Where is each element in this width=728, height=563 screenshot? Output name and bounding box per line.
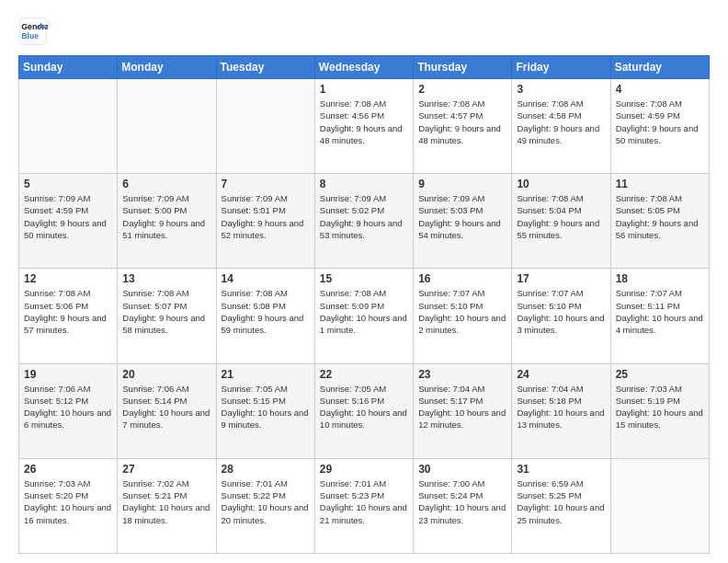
day-cell: 3Sunrise: 7:08 AMSunset: 4:58 PMDaylight… <box>512 79 610 174</box>
day-info: Sunrise: 6:59 AM <box>517 477 605 489</box>
day-info: Daylight: 9 hours and 49 minutes. <box>517 122 605 147</box>
day-info: Sunset: 5:05 PM <box>616 204 704 216</box>
logo: General Blue <box>18 17 51 46</box>
day-info: Daylight: 9 hours and 58 minutes. <box>122 312 210 337</box>
day-info: Sunrise: 7:00 AM <box>418 477 506 489</box>
day-cell: 29Sunrise: 7:01 AMSunset: 5:23 PMDayligh… <box>314 458 413 553</box>
day-cell: 13Sunrise: 7:08 AMSunset: 5:07 PMDayligh… <box>118 269 216 363</box>
day-cell: 22Sunrise: 7:05 AMSunset: 5:16 PMDayligh… <box>314 363 413 458</box>
day-info: Sunset: 5:10 PM <box>418 300 506 312</box>
day-info: Sunrise: 7:01 AM <box>320 477 408 489</box>
day-info: Sunrise: 7:08 AM <box>320 98 408 109</box>
weekday-header-saturday: Saturday <box>610 56 709 79</box>
day-cell: 4Sunrise: 7:08 AMSunset: 4:59 PMDaylight… <box>610 79 709 174</box>
header: General Blue <box>18 17 710 46</box>
day-info: Daylight: 9 hours and 53 minutes. <box>320 217 408 242</box>
page: General Blue SundayMondayTuesdayWednesda… <box>0 0 728 563</box>
day-number: 31 <box>517 463 605 476</box>
day-info: Daylight: 10 hours and 6 minutes. <box>24 407 112 431</box>
day-number: 19 <box>24 368 112 381</box>
day-cell: 15Sunrise: 7:08 AMSunset: 5:09 PMDayligh… <box>314 269 413 363</box>
day-info: Daylight: 10 hours and 7 minutes. <box>122 407 210 431</box>
day-cell: 8Sunrise: 7:09 AMSunset: 5:02 PMDaylight… <box>314 174 413 269</box>
day-info: Sunrise: 7:07 AM <box>418 287 506 299</box>
day-info: Sunrise: 7:09 AM <box>418 192 506 204</box>
day-info: Sunset: 4:59 PM <box>616 109 704 121</box>
week-row-5: 26Sunrise: 7:03 AMSunset: 5:20 PMDayligh… <box>19 458 710 553</box>
day-info: Sunset: 5:12 PM <box>24 395 112 407</box>
day-info: Sunset: 5:18 PM <box>517 395 605 407</box>
day-info: Sunrise: 7:08 AM <box>616 98 704 109</box>
week-row-2: 5Sunrise: 7:09 AMSunset: 4:59 PMDaylight… <box>19 174 710 269</box>
day-cell: 30Sunrise: 7:00 AMSunset: 5:24 PMDayligh… <box>414 458 512 553</box>
day-info: Sunset: 5:09 PM <box>320 300 408 312</box>
week-row-1: 1Sunrise: 7:08 AMSunset: 4:56 PMDaylight… <box>19 79 710 174</box>
day-info: Daylight: 9 hours and 51 minutes. <box>122 217 210 242</box>
day-info: Sunrise: 7:09 AM <box>222 192 310 204</box>
day-cell: 17Sunrise: 7:07 AMSunset: 5:10 PMDayligh… <box>512 269 610 363</box>
day-info: Sunrise: 7:01 AM <box>222 477 310 489</box>
day-info: Sunset: 5:14 PM <box>122 395 210 407</box>
day-number: 22 <box>320 368 408 381</box>
day-number: 6 <box>122 178 210 190</box>
weekday-header-wednesday: Wednesday <box>314 56 413 79</box>
day-info: Daylight: 9 hours and 55 minutes. <box>517 217 605 242</box>
day-info: Sunrise: 7:03 AM <box>616 383 704 395</box>
day-cell: 7Sunrise: 7:09 AMSunset: 5:01 PMDaylight… <box>216 174 314 269</box>
day-number: 4 <box>616 83 704 96</box>
day-info: Sunset: 5:01 PM <box>222 204 310 216</box>
day-info: Sunrise: 7:08 AM <box>616 192 704 204</box>
day-info: Daylight: 10 hours and 1 minute. <box>320 312 408 337</box>
weekday-header-tuesday: Tuesday <box>216 56 314 79</box>
day-info: Daylight: 9 hours and 57 minutes. <box>24 312 112 337</box>
day-info: Sunrise: 7:05 AM <box>222 383 310 395</box>
day-cell: 23Sunrise: 7:04 AMSunset: 5:17 PMDayligh… <box>414 363 512 458</box>
day-info: Sunrise: 7:07 AM <box>616 287 704 299</box>
day-cell <box>19 79 118 174</box>
weekday-header-sunday: Sunday <box>19 56 118 79</box>
day-number: 1 <box>320 83 408 96</box>
weekday-header-monday: Monday <box>118 56 216 79</box>
day-info: Sunrise: 7:05 AM <box>320 383 408 395</box>
weekday-header-friday: Friday <box>512 56 610 79</box>
day-number: 24 <box>517 368 605 381</box>
day-info: Daylight: 10 hours and 21 minutes. <box>320 501 408 526</box>
svg-text:Blue: Blue <box>21 31 39 40</box>
day-number: 25 <box>616 368 704 381</box>
day-info: Daylight: 10 hours and 15 minutes. <box>616 407 704 431</box>
day-info: Sunset: 5:19 PM <box>616 395 704 407</box>
day-info: Daylight: 9 hours and 52 minutes. <box>222 217 310 242</box>
day-cell: 16Sunrise: 7:07 AMSunset: 5:10 PMDayligh… <box>414 269 512 363</box>
day-number: 13 <box>122 272 210 285</box>
day-cell: 9Sunrise: 7:09 AMSunset: 5:03 PMDaylight… <box>414 174 512 269</box>
day-number: 18 <box>616 272 704 285</box>
day-info: Sunrise: 7:08 AM <box>517 98 605 109</box>
day-info: Sunrise: 7:08 AM <box>517 192 605 204</box>
day-info: Daylight: 10 hours and 4 minutes. <box>616 312 704 337</box>
day-info: Daylight: 10 hours and 18 minutes. <box>122 501 210 526</box>
day-info: Sunrise: 7:08 AM <box>418 98 506 109</box>
day-cell <box>216 79 314 174</box>
day-info: Sunset: 5:07 PM <box>122 300 210 312</box>
day-info: Daylight: 9 hours and 48 minutes. <box>418 122 506 147</box>
day-info: Sunset: 5:02 PM <box>320 204 408 216</box>
calendar-table: SundayMondayTuesdayWednesdayThursdayFrid… <box>18 55 710 554</box>
day-cell: 2Sunrise: 7:08 AMSunset: 4:57 PMDaylight… <box>414 79 512 174</box>
day-info: Sunset: 5:23 PM <box>320 489 408 501</box>
day-info: Sunset: 5:10 PM <box>517 300 605 312</box>
day-info: Daylight: 10 hours and 9 minutes. <box>222 407 310 431</box>
day-info: Sunrise: 7:08 AM <box>24 287 112 299</box>
day-info: Sunset: 5:11 PM <box>616 300 704 312</box>
day-cell: 18Sunrise: 7:07 AMSunset: 5:11 PMDayligh… <box>610 269 709 363</box>
day-cell: 27Sunrise: 7:02 AMSunset: 5:21 PMDayligh… <box>118 458 216 553</box>
day-info: Sunrise: 7:09 AM <box>24 192 112 204</box>
day-cell: 19Sunrise: 7:06 AMSunset: 5:12 PMDayligh… <box>19 363 118 458</box>
day-number: 30 <box>418 463 506 476</box>
day-info: Daylight: 10 hours and 10 minutes. <box>320 407 408 431</box>
day-info: Daylight: 9 hours and 50 minutes. <box>24 217 112 242</box>
day-info: Sunrise: 7:09 AM <box>122 192 210 204</box>
day-cell: 21Sunrise: 7:05 AMSunset: 5:15 PMDayligh… <box>216 363 314 458</box>
day-cell: 14Sunrise: 7:08 AMSunset: 5:08 PMDayligh… <box>216 269 314 363</box>
day-info: Sunset: 5:24 PM <box>418 489 506 501</box>
logo-icon: General Blue <box>18 17 48 46</box>
